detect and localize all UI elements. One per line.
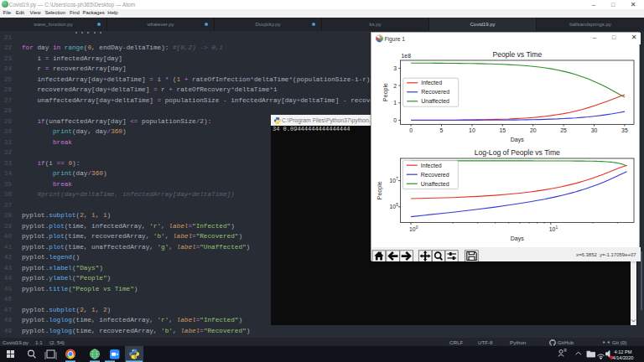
- svg-text:25: 25: [560, 127, 567, 133]
- svg-text:3: 3: [393, 65, 397, 71]
- svg-text:10: 10: [409, 226, 416, 232]
- svg-text:1: 1: [556, 225, 558, 230]
- svg-text:0: 0: [416, 225, 418, 230]
- svg-text:5: 5: [396, 203, 398, 207]
- svg-text:10: 10: [390, 204, 397, 209]
- svg-text:20: 20: [530, 127, 537, 133]
- svg-text:Unaffected: Unaffected: [421, 181, 449, 187]
- svg-text:10: 10: [469, 127, 475, 133]
- svg-text:2: 2: [393, 83, 397, 89]
- svg-text:1e8: 1e8: [402, 53, 412, 59]
- svg-text:Log-Log of People vs Time: Log-Log of People vs Time: [475, 148, 560, 157]
- svg-text:Infected: Infected: [421, 80, 442, 85]
- svg-text:10: 10: [390, 178, 397, 184]
- svg-text:0: 0: [409, 127, 413, 133]
- svg-text:R: R: [564, 349, 568, 353]
- svg-text:35: 35: [621, 127, 628, 133]
- svg-text:5: 5: [440, 127, 444, 133]
- svg-text:15: 15: [500, 127, 506, 133]
- svg-text:People: People: [382, 83, 389, 101]
- svg-text:30: 30: [591, 127, 598, 133]
- svg-text:Infected: Infected: [421, 163, 442, 168]
- svg-text:Days: Days: [511, 137, 524, 143]
- svg-text:Recovered: Recovered: [421, 172, 449, 178]
- svg-text:4:12 PM: 4:12 PM: [615, 349, 632, 354]
- svg-text:Recovered: Recovered: [421, 89, 449, 95]
- svg-text:Days: Days: [511, 235, 524, 242]
- svg-text:Unaffected: Unaffected: [421, 98, 449, 104]
- svg-text:4/14/2020: 4/14/2020: [613, 355, 634, 360]
- svg-text:1: 1: [393, 100, 397, 106]
- svg-text:7: 7: [396, 177, 398, 181]
- svg-text:0: 0: [393, 117, 397, 123]
- svg-text:People vs Time: People vs Time: [492, 50, 542, 59]
- svg-text:People: People: [377, 181, 383, 199]
- svg-text:10: 10: [549, 226, 556, 232]
